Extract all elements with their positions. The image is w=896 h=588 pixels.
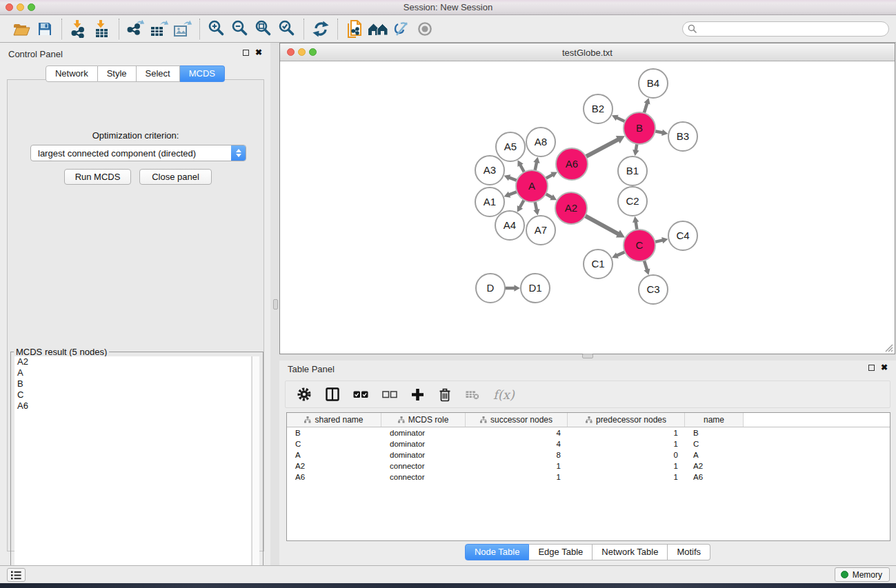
table-cell[interactable]: dominator <box>381 427 466 438</box>
table-row[interactable]: A6connector11A6 <box>287 472 890 483</box>
tab-node-table[interactable]: Node Table <box>465 544 530 560</box>
eye-icon[interactable] <box>413 18 437 40</box>
table-cell[interactable]: 4 <box>466 438 568 449</box>
deselect-all-icon[interactable] <box>382 385 397 403</box>
control-panel: Control Panel ✖ NetworkStyleSelectMCDS O… <box>0 43 270 565</box>
list-item[interactable]: A <box>14 367 251 378</box>
table-cell[interactable]: 4 <box>466 427 568 438</box>
save-icon[interactable] <box>33 18 57 40</box>
mcds-result-title: MCDS result (5 nodes) <box>14 347 109 357</box>
toolbar-divider <box>337 19 338 39</box>
resize-grip-icon[interactable] <box>884 343 893 352</box>
select-all-icon[interactable] <box>353 385 368 403</box>
list-item[interactable]: C <box>14 389 251 401</box>
criterion-dropdown[interactable]: largest connected component (directed) <box>30 145 246 161</box>
zoom-out-icon[interactable] <box>228 18 252 40</box>
table-cell[interactable]: A <box>685 449 744 460</box>
list-item[interactable]: A2 <box>14 356 251 367</box>
run-mcds-button[interactable]: Run MCDS <box>64 169 131 185</box>
table-cell[interactable]: 8 <box>466 449 568 460</box>
import-table-icon[interactable] <box>90 18 114 40</box>
columns-icon[interactable] <box>326 385 339 403</box>
delete-icon[interactable] <box>438 385 452 403</box>
zoom-in-icon[interactable] <box>205 18 228 40</box>
table-row[interactable]: Bdominator41B <box>287 427 890 438</box>
vertical-splitter-handle[interactable] <box>273 299 278 310</box>
table-cell[interactable]: connector <box>381 460 466 472</box>
tab-network[interactable]: Network <box>46 65 98 82</box>
close-panel-icon[interactable]: ✖ <box>881 365 888 371</box>
table-cell[interactable]: dominator <box>381 449 466 460</box>
network-file-icon[interactable] <box>343 18 366 40</box>
mcds-result-scrollbar[interactable] <box>252 356 259 584</box>
close-panel-button[interactable]: Close panel <box>139 169 212 185</box>
graph-edge-arrow-icon <box>644 98 650 105</box>
table-row[interactable]: Cdominator41C <box>287 438 890 449</box>
table-tabs: Node TableEdge TableNetwork TableMotifs <box>279 544 896 560</box>
add-icon[interactable] <box>411 385 424 403</box>
float-panel-icon[interactable] <box>868 365 875 371</box>
clear-table-icon[interactable] <box>466 385 479 403</box>
function-icon[interactable]: f(x) <box>493 385 515 403</box>
table-cell[interactable]: 1 <box>568 472 685 483</box>
network-canvas[interactable]: B4B2BB3A8A5A6A3B1AA1C2A2A4A7C4CC1C3DD1 <box>280 61 895 354</box>
table-cell[interactable]: B <box>685 427 744 438</box>
column-header-predecessor-nodes[interactable]: predecessor nodes <box>568 413 685 427</box>
hide-labels-icon[interactable] <box>390 18 413 40</box>
export-image-icon[interactable] <box>171 18 195 40</box>
column-header-shared-name[interactable]: shared name <box>287 413 381 427</box>
table-row[interactable]: Adominator80A <box>287 449 890 460</box>
table-row[interactable]: A2connector11A2 <box>287 460 890 472</box>
graph-node-label: D <box>487 282 495 294</box>
tab-network-table[interactable]: Network Table <box>593 544 668 560</box>
graph-node-label: B4 <box>647 77 659 89</box>
tab-mcds[interactable]: MCDS <box>180 65 225 82</box>
list-item[interactable]: B <box>14 378 251 389</box>
task-history-button[interactable] <box>7 568 26 582</box>
table-cell[interactable]: 1 <box>466 472 568 483</box>
table-cell[interactable]: 1 <box>568 438 685 449</box>
list-item[interactable]: A6 <box>14 401 251 412</box>
graph-node-label: A6 <box>566 158 578 170</box>
export-network-icon[interactable] <box>124 18 148 40</box>
zoom-selected-icon[interactable] <box>275 18 299 40</box>
main-toolbar <box>0 15 896 43</box>
tab-motifs[interactable]: Motifs <box>668 544 710 560</box>
column-header-name[interactable]: name <box>685 413 744 427</box>
horizontal-splitter-handle[interactable] <box>582 354 593 358</box>
table-cell[interactable]: A2 <box>287 460 381 472</box>
export-table-icon[interactable] <box>148 18 171 40</box>
memory-button[interactable]: Memory <box>835 567 890 582</box>
table-cell[interactable]: C <box>685 438 744 449</box>
table-cell[interactable]: A2 <box>685 460 744 472</box>
table-cell[interactable]: 1 <box>568 460 685 472</box>
table-cell[interactable]: A <box>287 449 381 460</box>
close-panel-icon[interactable]: ✖ <box>255 50 262 56</box>
graph-node-label: C3 <box>646 283 659 295</box>
open-folder-icon[interactable] <box>10 18 33 40</box>
network-window-titlebar[interactable]: testGlobe.txt <box>280 43 895 61</box>
zoom-fit-icon[interactable] <box>252 18 275 40</box>
table-cell[interactable]: 1 <box>568 427 685 438</box>
tab-select[interactable]: Select <box>137 65 180 82</box>
graph-edge-arrow-icon <box>514 285 520 291</box>
table-cell[interactable]: dominator <box>381 438 466 449</box>
home-icon[interactable] <box>366 18 390 40</box>
import-network-icon[interactable] <box>67 18 90 40</box>
table-cell[interactable]: A6 <box>685 472 744 483</box>
tree-icon <box>480 416 487 423</box>
table-cell[interactable]: C <box>287 438 381 449</box>
table-cell[interactable]: connector <box>381 472 466 483</box>
float-panel-icon[interactable] <box>243 50 249 56</box>
column-header-successor-nodes[interactable]: successor nodes <box>466 413 568 427</box>
table-cell[interactable]: B <box>287 427 381 438</box>
search-input[interactable] <box>682 21 889 37</box>
table-cell[interactable]: A6 <box>287 472 381 483</box>
table-cell[interactable]: 0 <box>568 449 685 460</box>
tab-style[interactable]: Style <box>98 65 137 82</box>
settings-gear-icon[interactable] <box>297 385 312 403</box>
refresh-icon[interactable] <box>309 18 332 40</box>
table-cell[interactable]: 1 <box>466 460 568 472</box>
column-header-mcds-role[interactable]: MCDS role <box>381 413 466 427</box>
tab-edge-table[interactable]: Edge Table <box>529 544 593 560</box>
